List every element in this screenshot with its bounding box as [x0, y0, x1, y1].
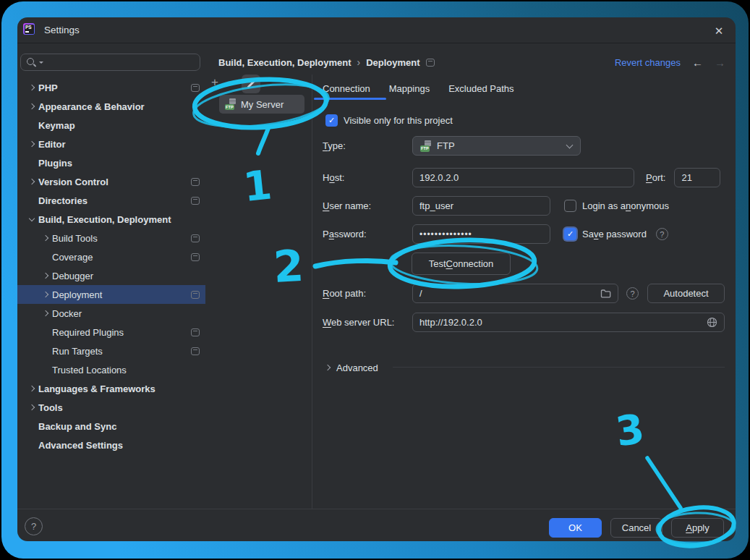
login-anonymous-checkbox[interactable]	[564, 200, 576, 212]
tree-item-label: Debugger	[52, 271, 93, 281]
tree-item-label: Plugins	[38, 158, 72, 169]
password-input[interactable]: ••••••••••••••	[412, 224, 550, 244]
project-level-icon	[191, 253, 200, 261]
settings-search-input[interactable]	[20, 54, 200, 71]
tab-excluded-paths[interactable]: Excluded Paths	[448, 83, 514, 94]
tree-chevron-icon[interactable]	[41, 346, 51, 357]
tree-chevron-icon[interactable]	[27, 440, 38, 451]
test-connection-button[interactable]: Test Connection	[412, 253, 511, 275]
tree-item-label: PHP	[38, 82, 58, 93]
tree-chevron-icon[interactable]	[27, 214, 38, 225]
tree-chevron-icon[interactable]	[27, 177, 38, 187]
revert-changes-link[interactable]: Revert changes	[615, 57, 681, 68]
save-password-help-icon[interactable]: ?	[656, 228, 668, 240]
sidebar-item-deployment[interactable]: Deployment	[17, 285, 205, 304]
tree-item-label: Deployment	[52, 289, 102, 300]
root-path-help-icon[interactable]: ?	[626, 287, 639, 300]
chevron-right-icon	[323, 362, 333, 373]
web-server-url-input[interactable]: http://192.0.2.0	[412, 313, 725, 332]
project-level-icon	[191, 234, 200, 242]
tree-chevron-icon[interactable]	[41, 271, 51, 281]
visible-only-label: Visible only for this project	[344, 115, 453, 126]
globe-icon[interactable]	[707, 317, 717, 328]
host-row: Host: 192.0.2.0 Port: 21	[323, 168, 720, 187]
project-level-icon	[191, 328, 200, 336]
user-name-value: ftp_user	[419, 200, 453, 211]
cancel-button[interactable]: Cancel	[610, 518, 662, 538]
sidebar-item-backup-and-sync[interactable]: Backup and Sync	[17, 417, 205, 436]
project-level-icon	[426, 59, 435, 67]
tree-item-label: Backup and Sync	[38, 421, 116, 432]
sidebar-item-directories[interactable]: Directories	[17, 191, 205, 210]
tree-chevron-icon[interactable]	[27, 158, 38, 169]
port-value: 21	[681, 172, 691, 183]
panel-divider	[312, 75, 312, 509]
user-name-input[interactable]: ftp_user	[412, 196, 550, 216]
tree-chevron-icon[interactable]	[41, 252, 51, 263]
sidebar-item-editor[interactable]: Editor	[17, 135, 205, 153]
remove-server-button[interactable]: −	[225, 76, 238, 89]
sidebar-item-debugger[interactable]: Debugger	[17, 266, 205, 285]
tree-chevron-icon[interactable]	[27, 195, 38, 206]
apply-button[interactable]: Apply	[671, 518, 724, 538]
folder-icon[interactable]	[600, 289, 611, 299]
user-row: User name: ftp_user Login as anonymous	[323, 196, 669, 216]
settings-tree: PHP Appearance & Behavior Keymap Editor …	[17, 75, 205, 509]
forward-arrow-icon: →	[715, 56, 725, 69]
tree-item-label: Tools	[38, 402, 63, 413]
tree-chevron-icon[interactable]	[41, 327, 51, 338]
sidebar-item-appearance-behavior[interactable]: Appearance & Behavior	[17, 97, 205, 116]
ok-button[interactable]: OK	[549, 518, 602, 538]
breadcrumb-root[interactable]: Build, Execution, Deployment	[218, 57, 351, 68]
tree-chevron-icon[interactable]	[27, 139, 38, 150]
server-list-item-my-server[interactable]: FTP My Server	[219, 95, 304, 114]
sidebar-item-build-tools[interactable]: Build Tools	[17, 229, 205, 247]
tree-chevron-icon[interactable]	[27, 120, 38, 131]
sidebar-item-trusted-locations[interactable]: Trusted Locations	[17, 360, 205, 379]
sidebar-item-tools[interactable]: Tools	[17, 398, 205, 417]
tree-chevron-icon[interactable]	[27, 383, 38, 394]
root-path-input[interactable]: /	[412, 284, 618, 303]
tab-mappings[interactable]: Mappings	[389, 83, 430, 94]
tree-chevron-icon[interactable]	[41, 289, 51, 300]
tree-chevron-icon[interactable]	[27, 82, 38, 93]
tree-chevron-icon[interactable]	[41, 233, 51, 244]
tree-item-label: Docker	[52, 308, 82, 319]
sidebar-item-version-control[interactable]: Version Control	[17, 172, 205, 191]
add-server-button[interactable]: +	[208, 76, 221, 89]
tree-chevron-icon[interactable]	[41, 365, 51, 376]
sidebar-item-languages-frameworks[interactable]: Languages & Frameworks	[17, 379, 205, 398]
sidebar-item-advanced-settings[interactable]: Advanced Settings	[17, 436, 205, 454]
save-password-checkbox[interactable]: ✓	[564, 228, 576, 240]
server-name: My Server	[241, 99, 284, 110]
advanced-section-toggle[interactable]: Advanced	[323, 359, 378, 376]
user-name-label: User name:	[323, 200, 412, 211]
breadcrumb: Build, Execution, Deployment › Deploymen…	[218, 54, 435, 71]
sidebar-item-keymap[interactable]: Keymap	[17, 116, 205, 135]
back-arrow-icon[interactable]: ←	[692, 56, 703, 69]
port-input[interactable]: 21	[674, 168, 720, 187]
sidebar-item-docker[interactable]: Docker	[17, 304, 205, 323]
sidebar-item-coverage[interactable]: Coverage	[17, 247, 205, 266]
tree-chevron-icon[interactable]	[41, 308, 51, 319]
autodetect-button[interactable]: Autodetect	[647, 284, 725, 303]
titlebar: PS Settings ✕	[17, 17, 736, 43]
settings-dialog: PS Settings ✕ Build, Execution, Deployme…	[17, 17, 736, 541]
tab-connection[interactable]: Connection	[323, 83, 370, 94]
visible-only-checkbox[interactable]: ✓	[325, 114, 338, 127]
edit-server-button[interactable]	[242, 75, 260, 93]
sidebar-item-build-execution-deployment[interactable]: Build, Execution, Deployment	[17, 210, 205, 229]
tree-item-label: Appearance & Behavior	[38, 101, 145, 112]
tree-chevron-icon[interactable]	[27, 421, 38, 432]
tree-chevron-icon[interactable]	[27, 402, 38, 413]
host-input[interactable]: 192.0.2.0	[412, 168, 634, 187]
breadcrumb-current[interactable]: Deployment	[366, 57, 419, 68]
tree-chevron-icon[interactable]	[27, 101, 38, 112]
type-dropdown[interactable]: FTP FTP	[412, 136, 581, 156]
sidebar-item-required-plugins[interactable]: Required Plugins	[17, 323, 205, 341]
help-button[interactable]: ?	[25, 517, 43, 535]
sidebar-item-plugins[interactable]: Plugins	[17, 153, 205, 172]
sidebar-item-run-targets[interactable]: Run Targets	[17, 341, 205, 360]
sidebar-item-php[interactable]: PHP	[17, 78, 205, 97]
close-icon[interactable]: ✕	[711, 23, 727, 39]
